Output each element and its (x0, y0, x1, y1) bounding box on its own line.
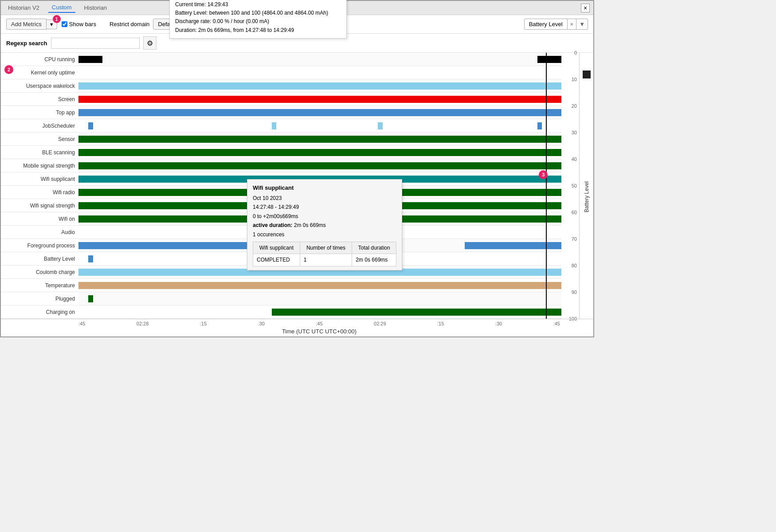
tab-historian[interactable]: Historian (81, 3, 110, 12)
chart-label-row: Userspace wakelock (1, 79, 78, 93)
table-cell: 2m 0s 669ms (352, 254, 396, 266)
metric-bar (88, 255, 93, 262)
battery-level-tag: Battery Level × ▼ (524, 19, 588, 30)
chart-label-row: Foreground process (1, 239, 78, 252)
chart-label-row: BLE scanning (1, 146, 78, 159)
metric-label: Wifi supplicant (1, 176, 78, 182)
x-tick-label: :45 (78, 321, 85, 326)
metric-bar (88, 295, 93, 302)
battery-level-dropdown[interactable]: ▼ (576, 19, 588, 29)
settings-button[interactable]: ⚙ (143, 36, 157, 50)
y-tick-label: 90 (572, 289, 577, 295)
chart-label-row: Wifi on (1, 212, 78, 226)
x-ticks: :4502:28:15:30:4502:29:15:30:45 (78, 321, 560, 326)
chart-label-row: CPU running (1, 53, 78, 66)
metric-bar (78, 56, 102, 63)
chart-label-row: Audio (1, 226, 78, 239)
x-tick-label: :45 (553, 321, 560, 326)
tooltip-line1: Current time: 14:29:43 (175, 0, 341, 9)
tooltip-occurrences: 1 occurences (253, 230, 396, 239)
x-tick-label: :30 (495, 321, 502, 326)
battery-level-sidebar: Battery Level (579, 53, 593, 319)
badge-2: 2 (4, 65, 13, 74)
show-bars-group: Show bars (62, 21, 96, 27)
show-bars-checkbox[interactable] (62, 21, 67, 27)
battery-level-remove[interactable]: × (567, 19, 576, 29)
metric-label: Coulomb charge (1, 269, 78, 275)
metric-bar (272, 309, 561, 316)
metric-bar (78, 162, 561, 169)
metric-label: Audio (1, 229, 78, 235)
tooltip-line2: Battery Level: between 100 and 100 (4864… (175, 9, 341, 17)
chart-label-row: Wifi signal strength (1, 199, 78, 212)
metric-bar (78, 82, 561, 90)
restrict-domain-label: Restrict domain (110, 21, 149, 27)
metric-label: Temperature (1, 282, 78, 289)
chart-data-row (78, 93, 561, 106)
active-duration-label: active duration: (253, 222, 292, 228)
chart-container: 2 CPU runningKernel only uptimeUserspace… (1, 53, 593, 319)
add-metrics-button[interactable]: Add Metrics (6, 19, 47, 30)
active-duration-value: 2m 0s 669ms (294, 222, 326, 228)
metric-bar (78, 136, 561, 143)
chart-label-row: Wifi supplicant (1, 172, 78, 186)
tab-historian-v2[interactable]: Historian V2 (4, 3, 43, 12)
add-metrics-group: Add Metrics ▼ 1 (6, 19, 57, 30)
chart-label-row: Sensor (1, 133, 78, 146)
x-axis-area: :4502:28:15:30:4502:29:15:30:45 Time (UT… (1, 319, 593, 336)
chart-data-row (78, 106, 561, 119)
tooltip-bottom-date: Oct 10 2023 (253, 194, 396, 203)
chart-label-row: Charging on (1, 305, 78, 319)
chart-data-row (78, 119, 561, 133)
metric-label: Charging on (1, 309, 78, 315)
metric-bar (378, 122, 383, 129)
chart-label-row: Temperature (1, 279, 78, 292)
chart-data-row (78, 79, 561, 93)
y-tick-label: 50 (572, 183, 577, 188)
battery-level-label: Battery Level (525, 19, 567, 29)
regexp-row: Regexp search ⚙ Current time: 14:29:43 B… (1, 34, 593, 53)
regexp-label: Regexp search (6, 40, 47, 47)
metric-bar (78, 149, 561, 156)
metric-label: Foreground process (1, 243, 78, 249)
battery-sidebar-rect (583, 70, 591, 78)
y-tick-label: 60 (572, 210, 577, 215)
label-rows: CPU runningKernel only uptimeUserspace w… (1, 53, 78, 319)
x-axis-label: Time (UTC UTC UTC+00:00) (78, 326, 560, 336)
add-metrics-badge: 1 (53, 15, 61, 23)
chart-data-row (78, 146, 561, 159)
y-tick-label: 30 (572, 130, 577, 135)
regexp-input[interactable] (51, 38, 140, 49)
x-tick-label: :45 (316, 321, 322, 326)
chart-data-row (78, 279, 561, 292)
metric-label: Plugged (1, 296, 78, 302)
metric-label: Wifi on (1, 216, 78, 222)
x-tick-label: :15 (437, 321, 444, 326)
table-header-0: Wifi supplicant (253, 242, 300, 254)
chart-label-row: Mobile signal strength (1, 159, 78, 172)
metric-label: JobScheduler (1, 123, 78, 129)
chart-label-row: Plugged (1, 292, 78, 305)
metric-label: Battery Level (1, 256, 78, 262)
y-tick-label: 40 (572, 156, 577, 162)
tab-custom[interactable]: Custom (48, 3, 75, 13)
tooltip-bottom-active-duration: active duration: 2m 0s 669ms (253, 221, 396, 230)
metric-label: BLE scanning (1, 149, 78, 156)
x-tick-label: 02:29 (374, 321, 386, 326)
show-bars-label: Show bars (69, 21, 96, 27)
x-tick-label: 02:28 (137, 321, 149, 326)
chart-data-row (78, 159, 561, 172)
chart-data-row (78, 133, 561, 146)
metric-bar (78, 282, 561, 289)
y-tick-label: 80 (572, 263, 577, 268)
y-axis: 0102030405060708090100 (561, 53, 579, 319)
metric-bar (537, 56, 561, 63)
chart-data-row (78, 292, 561, 305)
x-tick-label: :15 (200, 321, 207, 326)
x-tick-label: :30 (258, 321, 265, 326)
tooltip-line4: Duration: 2m 0s 669ms, from 14:27:48 to … (175, 26, 341, 35)
chart-label-row: Screen (1, 93, 78, 106)
y-tick-label: 10 (572, 77, 577, 82)
window-close-button[interactable]: × (581, 4, 590, 12)
metric-bar (537, 122, 542, 129)
